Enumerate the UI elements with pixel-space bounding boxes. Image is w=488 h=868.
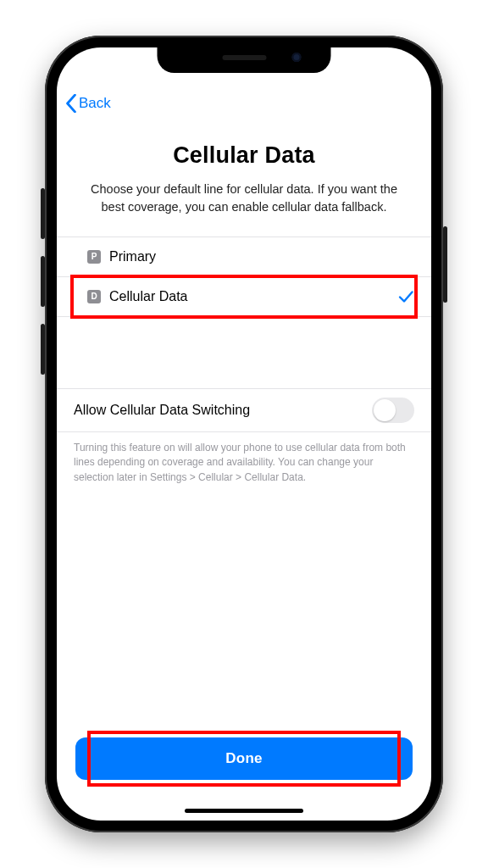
page-title: Cellular Data: [77, 142, 411, 169]
cellular-signal-icon: [341, 60, 356, 72]
nav-bar: Back: [57, 85, 431, 122]
allow-switching-label: Allow Cellular Data Switching: [74, 403, 250, 418]
checkmark-icon: [397, 288, 414, 305]
allow-switching-footnote: Turning this feature on will allow your …: [57, 432, 431, 485]
allow-switching-toggle[interactable]: [372, 398, 414, 423]
home-indicator[interactable]: [185, 809, 303, 813]
line-option-label: Cellular Data: [109, 289, 187, 304]
back-label: Back: [79, 95, 111, 112]
badge-icon: D: [87, 290, 101, 303]
badge-icon: P: [87, 250, 101, 264]
done-button[interactable]: Done: [75, 737, 413, 780]
wifi-icon: [361, 61, 376, 72]
line-option-cellular-data[interactable]: D Cellular Data: [57, 277, 431, 317]
page-subtitle: Choose your default line for cellular da…: [84, 181, 404, 216]
status-time: 16:21: [84, 58, 119, 74]
battery-icon: [381, 60, 406, 72]
chevron-left-icon: [65, 94, 77, 113]
line-option-primary[interactable]: P Primary: [57, 237, 431, 277]
back-button[interactable]: Back: [65, 94, 111, 113]
line-option-label: Primary: [109, 249, 156, 264]
allow-switching-row[interactable]: Allow Cellular Data Switching: [57, 388, 431, 432]
done-button-label: Done: [225, 750, 262, 766]
